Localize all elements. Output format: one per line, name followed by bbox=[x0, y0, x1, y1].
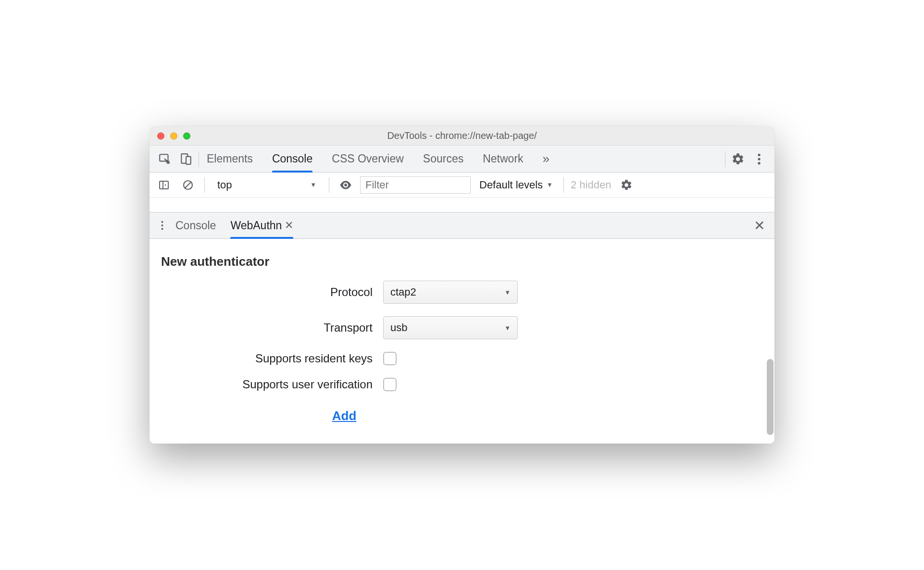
drawer-tab-webauthn[interactable]: WebAuthn ✕ bbox=[230, 212, 293, 238]
user-verification-checkbox[interactable] bbox=[383, 378, 397, 391]
user-verification-label: Supports user verification bbox=[171, 378, 373, 391]
scrollbar-thumb[interactable] bbox=[767, 359, 774, 434]
tab-label: Elements bbox=[207, 152, 253, 165]
log-levels-select[interactable]: Default levels ▼ bbox=[475, 179, 557, 191]
tabs-overflow-button[interactable]: » bbox=[543, 146, 549, 172]
svg-rect-2 bbox=[186, 156, 191, 164]
tab-label: Console bbox=[272, 152, 312, 165]
chevron-down-icon: ▼ bbox=[504, 289, 511, 296]
execution-context-select[interactable]: top ▼ bbox=[212, 176, 322, 194]
tab-label: Network bbox=[483, 152, 523, 165]
svg-point-13 bbox=[161, 228, 163, 230]
transport-label: Transport bbox=[171, 321, 373, 335]
svg-rect-6 bbox=[160, 181, 168, 189]
window-controls bbox=[157, 132, 190, 139]
console-sidebar-toggle-icon[interactable] bbox=[154, 175, 174, 195]
drawer-more-button[interactable] bbox=[154, 215, 170, 236]
svg-marker-8 bbox=[165, 184, 166, 186]
tab-label: CSS Overview bbox=[332, 152, 404, 165]
svg-point-11 bbox=[161, 221, 163, 223]
context-value: top bbox=[217, 179, 232, 191]
window-titlebar: DevTools - chrome://new-tab-page/ bbox=[150, 126, 774, 146]
console-output-area bbox=[150, 198, 774, 212]
scrollbar-track bbox=[767, 242, 774, 441]
resident-keys-label: Supports resident keys bbox=[171, 352, 373, 365]
protocol-value: ctap2 bbox=[390, 286, 416, 298]
drawer-close-button[interactable]: ✕ bbox=[749, 215, 770, 236]
protocol-label: Protocol bbox=[171, 285, 373, 299]
device-toolbar-icon[interactable] bbox=[175, 149, 197, 170]
svg-line-10 bbox=[185, 182, 191, 188]
inspect-element-icon[interactable] bbox=[154, 149, 175, 170]
hidden-messages-count[interactable]: 2 hidden bbox=[571, 179, 611, 191]
window-title: DevTools - chrome://new-tab-page/ bbox=[387, 130, 537, 141]
main-tabs: Elements Console CSS Overview Sources Ne… bbox=[207, 146, 549, 172]
tab-css-overview[interactable]: CSS Overview bbox=[332, 146, 404, 172]
svg-point-5 bbox=[758, 162, 760, 164]
console-toolbar: top ▼ Default levels ▼ 2 hidden bbox=[150, 173, 774, 198]
chevron-down-icon: ▼ bbox=[547, 181, 553, 188]
chevron-down-icon: ▼ bbox=[310, 181, 316, 188]
tab-label: WebAuthn bbox=[230, 219, 282, 232]
svg-point-12 bbox=[161, 224, 163, 226]
tab-console[interactable]: Console bbox=[272, 146, 312, 172]
transport-value: usb bbox=[390, 322, 407, 334]
clear-console-icon[interactable] bbox=[178, 175, 198, 195]
more-options-button[interactable] bbox=[749, 149, 770, 170]
panel-heading: New authenticator bbox=[161, 254, 763, 269]
svg-point-3 bbox=[758, 153, 760, 156]
resident-keys-checkbox[interactable] bbox=[383, 352, 397, 365]
filter-input[interactable] bbox=[360, 176, 471, 194]
close-tab-icon[interactable]: ✕ bbox=[285, 219, 293, 232]
separator bbox=[204, 177, 205, 193]
drawer-tab-console[interactable]: Console bbox=[175, 212, 216, 238]
devtools-window: DevTools - chrome://new-tab-page/ Elemen… bbox=[150, 126, 774, 444]
main-toolbar: Elements Console CSS Overview Sources Ne… bbox=[150, 146, 774, 173]
tab-elements[interactable]: Elements bbox=[207, 146, 253, 172]
webauthn-panel: New authenticator Protocol ctap2 ▼ Trans… bbox=[150, 239, 774, 444]
console-settings-button[interactable] bbox=[616, 174, 637, 196]
svg-point-4 bbox=[758, 158, 760, 160]
close-window-button[interactable] bbox=[157, 132, 164, 139]
transport-select[interactable]: usb ▼ bbox=[383, 316, 518, 339]
tab-label: Sources bbox=[423, 152, 463, 165]
levels-label: Default levels bbox=[479, 179, 543, 191]
add-authenticator-button[interactable]: Add bbox=[332, 409, 357, 423]
live-expression-icon[interactable] bbox=[336, 175, 355, 195]
drawer-tabbar: Console WebAuthn ✕ ✕ bbox=[150, 212, 774, 239]
protocol-select[interactable]: ctap2 ▼ bbox=[383, 281, 518, 304]
separator bbox=[725, 151, 725, 167]
settings-button[interactable] bbox=[727, 149, 749, 170]
separator bbox=[563, 177, 564, 193]
fullscreen-window-button[interactable] bbox=[183, 132, 190, 139]
tab-label: Console bbox=[175, 219, 216, 232]
separator bbox=[199, 151, 199, 167]
chevron-double-icon: » bbox=[543, 151, 549, 166]
separator bbox=[329, 177, 329, 193]
chevron-down-icon: ▼ bbox=[504, 324, 511, 332]
tab-network[interactable]: Network bbox=[483, 146, 523, 172]
minimize-window-button[interactable] bbox=[170, 132, 177, 139]
tab-sources[interactable]: Sources bbox=[423, 146, 463, 172]
